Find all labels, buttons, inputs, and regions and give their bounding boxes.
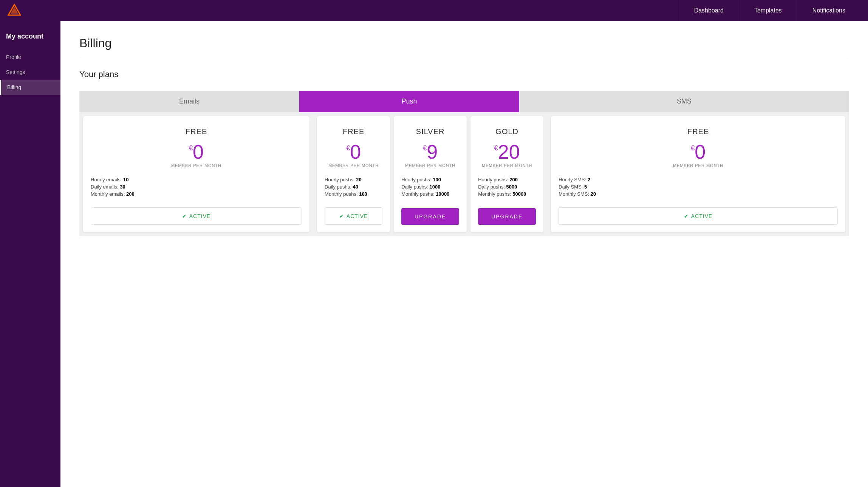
- tab-emails[interactable]: Emails: [79, 91, 299, 112]
- push-daily-free: Daily pushs: 40: [325, 184, 382, 190]
- email-daily: Daily emails: 30: [91, 184, 302, 190]
- push-silver-currency: €: [423, 144, 427, 152]
- sidebar-item-profile[interactable]: Profile: [0, 49, 60, 65]
- sms-free-features: Hourly SMS: 2 Daily SMS: 5 Monthly SMS: …: [559, 177, 838, 198]
- sidebar-item-billing[interactable]: Billing: [0, 80, 60, 95]
- push-monthly-gold: Monthly pushs: 50000: [478, 191, 536, 197]
- push-monthly-free: Monthly pushs: 100: [325, 191, 382, 197]
- nav-templates[interactable]: Templates: [739, 0, 797, 21]
- sms-free-period: MEMBER PER MONTH: [673, 163, 723, 168]
- push-silver-features: Hourly pushs: 100 Daily pushs: 1000 Mont…: [401, 177, 459, 198]
- push-free-features: Hourly pushs: 20 Daily pushs: 40 Monthly…: [325, 177, 382, 198]
- push-silver-upgrade-btn[interactable]: UPGRADE: [401, 208, 459, 225]
- sms-free-active-btn: ✔ ACTIVE: [559, 207, 838, 225]
- sms-section: FREE € 0 MEMBER PER MONTH Hourly SMS: 2 …: [547, 112, 849, 236]
- push-gold-action[interactable]: UPGRADE: [478, 208, 536, 225]
- sms-free-name: FREE: [687, 127, 709, 136]
- sms-daily: Daily SMS: 5: [559, 184, 838, 190]
- email-free-name: FREE: [186, 127, 207, 136]
- logo[interactable]: [8, 4, 21, 17]
- sidebar-item-settings[interactable]: Settings: [0, 65, 60, 80]
- check-icon-push-free: ✔: [339, 213, 344, 219]
- sms-monthly: Monthly SMS: 20: [559, 191, 838, 197]
- email-free-active-btn: ✔ ACTIVE: [91, 207, 302, 225]
- plans-area: FREE € 0 MEMBER PER MONTH Hourly emails:…: [79, 112, 849, 236]
- push-gold-name: GOLD: [495, 127, 518, 136]
- main-content: Billing Your plans Emails Push SMS FREE …: [60, 21, 868, 487]
- push-gold-currency: €: [494, 144, 498, 152]
- push-silver-action[interactable]: UPGRADE: [401, 208, 459, 225]
- email-free-action: ✔ ACTIVE: [91, 207, 302, 225]
- push-free-action: ✔ ACTIVE: [325, 207, 382, 225]
- push-silver-name: SILVER: [416, 127, 445, 136]
- layout: My account Profile Settings Billing Bill…: [0, 21, 868, 487]
- nav-links: Dashboard Templates Notifications: [679, 0, 860, 21]
- tab-push[interactable]: Push: [299, 91, 519, 112]
- push-gold-price-row: € 20: [494, 142, 520, 162]
- push-monthly-silver: Monthly pushs: 10000: [401, 191, 459, 197]
- push-plan-free: FREE € 0 MEMBER PER MONTH Hourly pushs: …: [317, 116, 390, 232]
- push-free-currency: €: [346, 144, 350, 152]
- push-gold-upgrade-btn[interactable]: UPGRADE: [478, 208, 536, 225]
- email-monthly: Monthly emails: 200: [91, 191, 302, 197]
- push-free-price: 0: [350, 142, 361, 162]
- nav-dashboard[interactable]: Dashboard: [679, 0, 739, 21]
- email-free-features: Hourly emails: 10 Daily emails: 30 Month…: [91, 177, 302, 198]
- topnav: Dashboard Templates Notifications: [0, 0, 868, 21]
- email-free-price: 0: [193, 142, 204, 162]
- sms-free-price: 0: [695, 142, 706, 162]
- page-title: Billing: [79, 36, 849, 50]
- sms-free-action: ✔ ACTIVE: [559, 207, 838, 225]
- email-free-period: MEMBER PER MONTH: [171, 163, 221, 168]
- tab-sms[interactable]: SMS: [519, 91, 849, 112]
- push-free-period: MEMBER PER MONTH: [328, 163, 379, 168]
- sidebar-title: My account: [0, 25, 60, 49]
- push-daily-silver: Daily pushs: 1000: [401, 184, 459, 190]
- push-hourly-silver: Hourly pushs: 100: [401, 177, 459, 182]
- push-plan-silver: SILVER € 9 MEMBER PER MONTH Hourly pushs…: [394, 116, 467, 232]
- push-free-price-row: € 0: [346, 142, 361, 162]
- check-icon-sms-free: ✔: [684, 213, 689, 219]
- sms-cards: FREE € 0 MEMBER PER MONTH Hourly SMS: 2 …: [551, 116, 845, 232]
- push-section: FREE € 0 MEMBER PER MONTH Hourly pushs: …: [313, 112, 547, 236]
- push-daily-gold: Daily pushs: 5000: [478, 184, 536, 190]
- push-cards: FREE € 0 MEMBER PER MONTH Hourly pushs: …: [317, 116, 543, 232]
- push-gold-price: 20: [498, 142, 520, 162]
- push-free-active-btn: ✔ ACTIVE: [325, 207, 382, 225]
- plan-tabs: Emails Push SMS: [79, 91, 849, 112]
- push-gold-period: MEMBER PER MONTH: [482, 163, 532, 168]
- sms-hourly: Hourly SMS: 2: [559, 177, 838, 182]
- push-plan-gold: GOLD € 20 MEMBER PER MONTH Hourly pushs:…: [470, 116, 543, 232]
- sms-plan-free: FREE € 0 MEMBER PER MONTH Hourly SMS: 2 …: [551, 116, 845, 232]
- sms-free-currency: €: [691, 144, 695, 152]
- push-gold-features: Hourly pushs: 200 Daily pushs: 5000 Mont…: [478, 177, 536, 198]
- push-hourly-gold: Hourly pushs: 200: [478, 177, 536, 182]
- title-divider: [79, 58, 849, 58]
- email-free-currency: €: [189, 144, 193, 152]
- sms-free-price-row: € 0: [691, 142, 706, 162]
- email-free-price-row: € 0: [189, 142, 204, 162]
- push-silver-price: 9: [427, 142, 438, 162]
- email-section: FREE € 0 MEMBER PER MONTH Hourly emails:…: [79, 112, 313, 236]
- nav-notifications[interactable]: Notifications: [797, 0, 860, 21]
- push-silver-period: MEMBER PER MONTH: [405, 163, 455, 168]
- push-silver-price-row: € 9: [423, 142, 438, 162]
- section-title: Your plans: [79, 70, 849, 79]
- email-cards: FREE € 0 MEMBER PER MONTH Hourly emails:…: [83, 116, 309, 232]
- sidebar: My account Profile Settings Billing: [0, 21, 60, 487]
- email-hourly: Hourly emails: 10: [91, 177, 302, 182]
- check-icon: ✔: [182, 213, 187, 219]
- push-free-name: FREE: [343, 127, 364, 136]
- email-plan-free: FREE € 0 MEMBER PER MONTH Hourly emails:…: [83, 116, 309, 232]
- push-hourly-free: Hourly pushs: 20: [325, 177, 382, 182]
